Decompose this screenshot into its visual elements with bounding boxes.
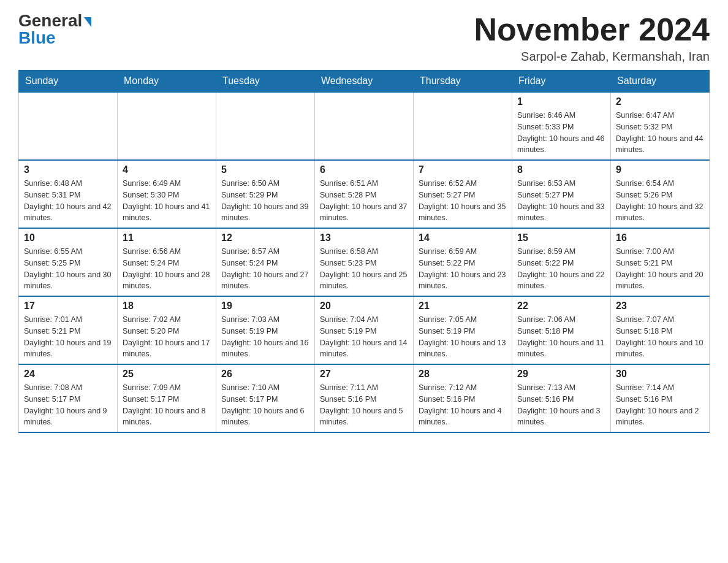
calendar-week-row: 24 Sunrise: 7:08 AMSunset: 5:17 PMDaylig…	[19, 364, 710, 432]
sun-info: Sunrise: 7:09 AMSunset: 5:17 PMDaylight:…	[123, 382, 211, 428]
calendar-cell: 27 Sunrise: 7:11 AMSunset: 5:16 PMDaylig…	[315, 364, 414, 432]
sun-info: Sunrise: 7:02 AMSunset: 5:20 PMDaylight:…	[123, 314, 211, 360]
calendar-cell: 26 Sunrise: 7:10 AMSunset: 5:17 PMDaylig…	[216, 364, 315, 432]
sun-info: Sunrise: 6:52 AMSunset: 5:27 PMDaylight:…	[419, 178, 507, 224]
calendar-cell: 12 Sunrise: 6:57 AMSunset: 5:24 PMDaylig…	[216, 228, 315, 296]
sun-info: Sunrise: 6:59 AMSunset: 5:22 PMDaylight:…	[419, 246, 507, 292]
sun-info: Sunrise: 6:48 AMSunset: 5:31 PMDaylight:…	[24, 178, 112, 224]
calendar-week-row: 1 Sunrise: 6:46 AMSunset: 5:33 PMDayligh…	[19, 92, 710, 160]
calendar-cell: 16 Sunrise: 7:00 AMSunset: 5:21 PMDaylig…	[611, 228, 710, 296]
day-number: 12	[221, 232, 309, 243]
calendar-header-tuesday: Tuesday	[216, 71, 315, 93]
logo-general-text: General	[18, 12, 82, 29]
sun-info: Sunrise: 6:59 AMSunset: 5:22 PMDaylight:…	[517, 246, 605, 292]
logo-arrow-icon	[84, 17, 91, 27]
calendar-cell: 29 Sunrise: 7:13 AMSunset: 5:16 PMDaylig…	[512, 364, 611, 432]
sun-info: Sunrise: 6:56 AMSunset: 5:24 PMDaylight:…	[123, 246, 211, 292]
sun-info: Sunrise: 6:54 AMSunset: 5:26 PMDaylight:…	[616, 178, 704, 224]
calendar-cell: 17 Sunrise: 7:01 AMSunset: 5:21 PMDaylig…	[19, 296, 118, 364]
calendar-cell: 21 Sunrise: 7:05 AMSunset: 5:19 PMDaylig…	[414, 296, 512, 364]
calendar-cell	[118, 92, 216, 160]
day-number: 10	[24, 232, 112, 243]
calendar-cell: 1 Sunrise: 6:46 AMSunset: 5:33 PMDayligh…	[512, 92, 611, 160]
calendar-header-monday: Monday	[118, 71, 216, 93]
sun-info: Sunrise: 6:51 AMSunset: 5:28 PMDaylight:…	[320, 178, 408, 224]
sun-info: Sunrise: 6:53 AMSunset: 5:27 PMDaylight:…	[517, 178, 605, 224]
calendar-cell: 13 Sunrise: 6:58 AMSunset: 5:23 PMDaylig…	[315, 228, 414, 296]
calendar-cell	[216, 92, 315, 160]
day-number: 22	[517, 301, 605, 312]
day-number: 13	[320, 232, 408, 243]
calendar-week-row: 3 Sunrise: 6:48 AMSunset: 5:31 PMDayligh…	[19, 160, 710, 228]
day-number: 16	[616, 232, 704, 243]
calendar-cell: 24 Sunrise: 7:08 AMSunset: 5:17 PMDaylig…	[19, 364, 118, 432]
day-number: 17	[24, 301, 112, 312]
title-block: November 2024 Sarpol-e Zahab, Kermanshah…	[474, 12, 710, 64]
day-number: 4	[123, 164, 211, 175]
sun-info: Sunrise: 7:00 AMSunset: 5:21 PMDaylight:…	[616, 246, 704, 292]
month-title: November 2024	[474, 12, 710, 47]
calendar-header-row: SundayMondayTuesdayWednesdayThursdayFrid…	[19, 71, 710, 93]
calendar-cell: 15 Sunrise: 6:59 AMSunset: 5:22 PMDaylig…	[512, 228, 611, 296]
sun-info: Sunrise: 7:08 AMSunset: 5:17 PMDaylight:…	[24, 382, 112, 428]
calendar-cell: 5 Sunrise: 6:50 AMSunset: 5:29 PMDayligh…	[216, 160, 315, 228]
calendar-cell: 10 Sunrise: 6:55 AMSunset: 5:25 PMDaylig…	[19, 228, 118, 296]
calendar-cell: 20 Sunrise: 7:04 AMSunset: 5:19 PMDaylig…	[315, 296, 414, 364]
calendar-cell: 18 Sunrise: 7:02 AMSunset: 5:20 PMDaylig…	[118, 296, 216, 364]
day-number: 23	[616, 301, 704, 312]
sun-info: Sunrise: 6:49 AMSunset: 5:30 PMDaylight:…	[123, 178, 211, 224]
day-number: 7	[419, 164, 507, 175]
day-number: 27	[320, 369, 408, 380]
day-number: 8	[517, 164, 605, 175]
sun-info: Sunrise: 7:03 AMSunset: 5:19 PMDaylight:…	[221, 314, 309, 360]
day-number: 14	[419, 232, 507, 243]
calendar-cell: 23 Sunrise: 7:07 AMSunset: 5:18 PMDaylig…	[611, 296, 710, 364]
day-number: 19	[221, 301, 309, 312]
day-number: 24	[24, 369, 112, 380]
sun-info: Sunrise: 7:01 AMSunset: 5:21 PMDaylight:…	[24, 314, 112, 360]
day-number: 30	[616, 369, 704, 380]
calendar-header-sunday: Sunday	[19, 71, 118, 93]
day-number: 29	[517, 369, 605, 380]
calendar-cell: 30 Sunrise: 7:14 AMSunset: 5:16 PMDaylig…	[611, 364, 710, 432]
page-header: General Blue November 2024 Sarpol-e Zaha…	[18, 12, 710, 64]
calendar-cell: 22 Sunrise: 7:06 AMSunset: 5:18 PMDaylig…	[512, 296, 611, 364]
sun-info: Sunrise: 6:47 AMSunset: 5:32 PMDaylight:…	[616, 110, 704, 156]
logo-blue-text: Blue	[18, 29, 56, 47]
sun-info: Sunrise: 6:58 AMSunset: 5:23 PMDaylight:…	[320, 246, 408, 292]
day-number: 18	[123, 301, 211, 312]
day-number: 21	[419, 301, 507, 312]
calendar-table: SundayMondayTuesdayWednesdayThursdayFrid…	[18, 70, 710, 433]
sun-info: Sunrise: 6:55 AMSunset: 5:25 PMDaylight:…	[24, 246, 112, 292]
day-number: 15	[517, 232, 605, 243]
day-number: 5	[221, 164, 309, 175]
calendar-cell	[414, 92, 512, 160]
location-subtitle: Sarpol-e Zahab, Kermanshah, Iran	[474, 50, 710, 64]
calendar-cell: 25 Sunrise: 7:09 AMSunset: 5:17 PMDaylig…	[118, 364, 216, 432]
day-number: 11	[123, 232, 211, 243]
sun-info: Sunrise: 7:10 AMSunset: 5:17 PMDaylight:…	[221, 382, 309, 428]
calendar-cell: 3 Sunrise: 6:48 AMSunset: 5:31 PMDayligh…	[19, 160, 118, 228]
calendar-cell: 7 Sunrise: 6:52 AMSunset: 5:27 PMDayligh…	[414, 160, 512, 228]
day-number: 20	[320, 301, 408, 312]
sun-info: Sunrise: 7:13 AMSunset: 5:16 PMDaylight:…	[517, 382, 605, 428]
sun-info: Sunrise: 6:50 AMSunset: 5:29 PMDaylight:…	[221, 178, 309, 224]
calendar-cell: 6 Sunrise: 6:51 AMSunset: 5:28 PMDayligh…	[315, 160, 414, 228]
day-number: 3	[24, 164, 112, 175]
day-number: 6	[320, 164, 408, 175]
calendar-cell: 2 Sunrise: 6:47 AMSunset: 5:32 PMDayligh…	[611, 92, 710, 160]
calendar-cell: 11 Sunrise: 6:56 AMSunset: 5:24 PMDaylig…	[118, 228, 216, 296]
sun-info: Sunrise: 6:46 AMSunset: 5:33 PMDaylight:…	[517, 110, 605, 156]
calendar-cell: 4 Sunrise: 6:49 AMSunset: 5:30 PMDayligh…	[118, 160, 216, 228]
calendar-header-friday: Friday	[512, 71, 611, 93]
calendar-week-row: 17 Sunrise: 7:01 AMSunset: 5:21 PMDaylig…	[19, 296, 710, 364]
calendar-cell	[315, 92, 414, 160]
sun-info: Sunrise: 7:14 AMSunset: 5:16 PMDaylight:…	[616, 382, 704, 428]
calendar-cell: 19 Sunrise: 7:03 AMSunset: 5:19 PMDaylig…	[216, 296, 315, 364]
sun-info: Sunrise: 7:11 AMSunset: 5:16 PMDaylight:…	[320, 382, 408, 428]
day-number: 9	[616, 164, 704, 175]
calendar-cell: 14 Sunrise: 6:59 AMSunset: 5:22 PMDaylig…	[414, 228, 512, 296]
day-number: 2	[616, 96, 704, 107]
sun-info: Sunrise: 7:12 AMSunset: 5:16 PMDaylight:…	[419, 382, 507, 428]
day-number: 28	[419, 369, 507, 380]
